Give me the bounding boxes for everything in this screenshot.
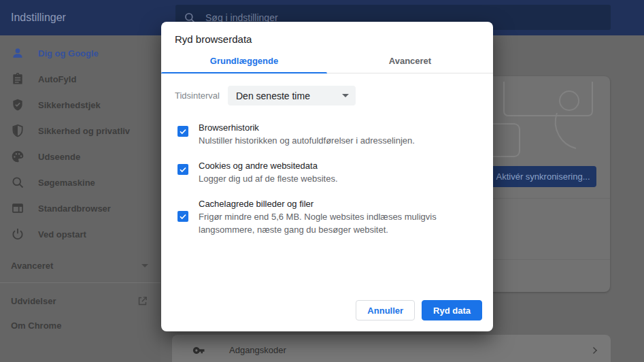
- option-label: Cachelagrede billeder og filer: [199, 197, 460, 209]
- palette-icon: [11, 150, 24, 163]
- sidebar-item-security-privacy[interactable]: Sikkerhed og privatliv: [0, 118, 160, 144]
- cached-files-checkbox[interactable]: [177, 211, 188, 222]
- browser-icon: [11, 201, 24, 215]
- dialog-body: Tidsinterval Den seneste time Browserhis…: [161, 73, 493, 236]
- search-icon: [11, 176, 24, 189]
- external-link-icon: [137, 295, 148, 307]
- sidebar-item-label: Ved opstart: [38, 229, 86, 240]
- time-range-select[interactable]: Den seneste time: [228, 86, 356, 105]
- passwords-label: Adgangskoder: [229, 345, 590, 355]
- dialog-actions: Annuller Ryd data: [356, 300, 482, 320]
- sidebar-divider: [0, 282, 160, 283]
- autofill-icon: [11, 72, 24, 86]
- time-range-label: Tidsinterval: [175, 90, 220, 101]
- sidebar-item-extensions[interactable]: Udvidelser: [0, 289, 160, 313]
- sidebar-extensions-label: Udvidelser: [11, 296, 56, 306]
- option-cookies: Cookies og andre websitedata Logger dig …: [175, 159, 479, 185]
- tab-basic[interactable]: Grundlæggende: [161, 52, 327, 73]
- option-description: Frigør mindre end 5,6 MB. Nogle websites…: [199, 210, 460, 236]
- passwords-row[interactable]: Adgangskoder: [172, 335, 611, 362]
- option-label: Cookies og andre websitedata: [199, 159, 338, 171]
- cancel-button[interactable]: Annuller: [356, 300, 415, 320]
- enable-sync-button[interactable]: Aktivér synkronisering...: [490, 166, 596, 187]
- sidebar-item-label: Standardbrowser: [38, 203, 111, 214]
- autofill-card: Adgangskoder: [172, 335, 611, 362]
- sidebar-item-label: Udseende: [38, 152, 80, 162]
- chevron-right-icon: [590, 347, 597, 354]
- option-description: Nulstiller historikken og autofuldførels…: [199, 134, 415, 147]
- option-label: Browserhistorik: [199, 121, 415, 133]
- time-range-row: Tidsinterval Den seneste time: [175, 86, 479, 105]
- dialog-title: Ryd browserdata: [161, 22, 493, 52]
- key-icon: [192, 344, 206, 357]
- options-list: Browserhistorik Nulstiller historikken o…: [175, 121, 479, 236]
- sidebar-item-autofill[interactable]: AutoFyld: [0, 66, 160, 92]
- sidebar-item-you-and-google[interactable]: Dig og Google: [0, 40, 160, 66]
- option-description: Logger dig ud af de fleste websites.: [199, 172, 338, 185]
- power-icon: [11, 227, 24, 241]
- sidebar-item-label: Sikkerhedstjek: [38, 100, 101, 110]
- shield-icon: [11, 124, 24, 137]
- sidebar-item-label: AutoFyld: [38, 74, 76, 84]
- dialog-tabs: Grundlæggende Avanceret: [161, 52, 493, 73]
- chrome-settings-screen: Indstillinger Søg i indstillinger Dig og…: [0, 0, 644, 362]
- sidebar-item-appearance[interactable]: Udseende: [0, 144, 160, 169]
- clear-data-button[interactable]: Ryd data: [422, 300, 482, 320]
- sidebar-item-label: Dig og Google: [38, 48, 99, 59]
- sidebar-item-default-browser[interactable]: Standardbrowser: [0, 195, 160, 221]
- sidebar-item-search-engine[interactable]: Søgemaskine: [0, 169, 160, 195]
- option-browsing-history: Browserhistorik Nulstiller historikken o…: [175, 121, 479, 147]
- sidebar-item-label: Søgemaskine: [38, 178, 95, 188]
- sidebar-item-on-startup[interactable]: Ved opstart: [0, 221, 160, 247]
- sidebar-advanced-toggle[interactable]: Avanceret: [0, 252, 160, 278]
- clear-browsing-data-dialog: Ryd browserdata Grundlæggende Avanceret …: [161, 22, 493, 331]
- page-title: Indstillinger: [11, 0, 66, 35]
- option-cached-files: Cachelagrede billeder og filer Frigør mi…: [175, 197, 479, 236]
- check-icon: [179, 165, 187, 174]
- sidebar-advanced-label: Avanceret: [11, 261, 53, 271]
- person-icon: [11, 46, 24, 60]
- cookies-checkbox[interactable]: [177, 164, 188, 175]
- tab-advanced[interactable]: Avanceret: [327, 52, 493, 73]
- chevron-down-icon: [342, 94, 349, 97]
- check-icon: [179, 127, 187, 135]
- settings-sidebar: Dig og Google AutoFyld Sikkerhedstjek Si…: [0, 35, 160, 362]
- sidebar-item-safety-check[interactable]: Sikkerhedstjek: [0, 92, 160, 118]
- shield-check-icon: [11, 98, 24, 112]
- sidebar-item-label: Sikkerhed og privatliv: [38, 126, 130, 136]
- time-range-value: Den seneste time: [236, 90, 310, 101]
- browsing-history-checkbox[interactable]: [177, 126, 188, 137]
- sidebar-item-about-chrome[interactable]: Om Chrome: [0, 313, 160, 338]
- chevron-down-icon: [141, 264, 148, 267]
- sidebar-about-label: Om Chrome: [11, 320, 61, 331]
- check-icon: [179, 212, 187, 220]
